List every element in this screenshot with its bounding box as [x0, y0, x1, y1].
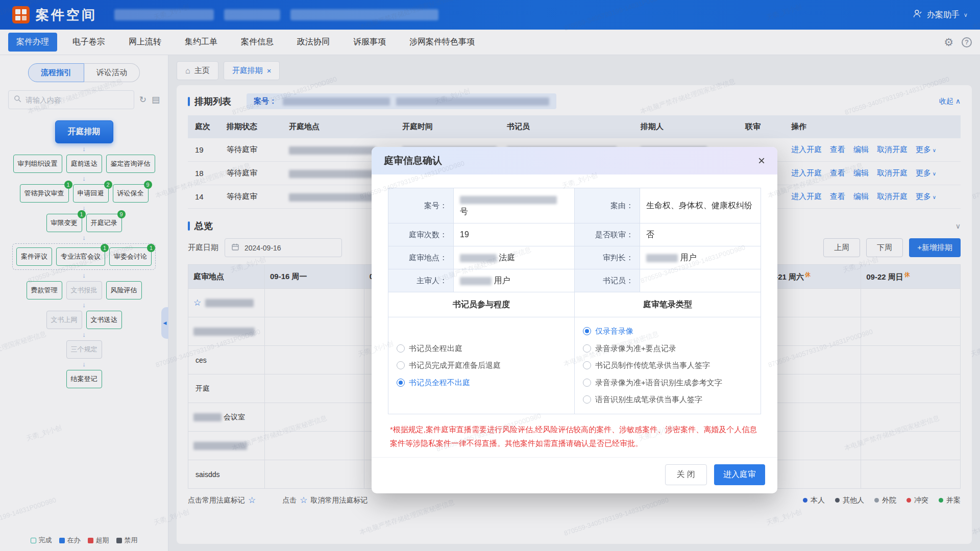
chief-judge-value: 用户: [640, 246, 761, 269]
radio-label: 书记员全程不出庭: [409, 377, 470, 389]
participation-option-2[interactable]: 书记员完成开庭准备后退庭: [397, 360, 566, 371]
dialog-body: 案号： 号 案由： 生命权、身体权、健康权纠纷 庭审次数： 19 是否联审： 否…: [372, 174, 777, 450]
participation-option-3[interactable]: 书记员全程不出庭: [397, 377, 566, 389]
radio-icon: [583, 344, 591, 353]
record-type-option-5[interactable]: 语音识别生成笔录供当事人签字: [583, 394, 752, 406]
dialog-header: 庭审信息确认 ×: [372, 147, 777, 174]
radio-icon: [583, 379, 591, 387]
dialog-title: 庭审信息确认: [384, 154, 442, 167]
presiding-judge-label: 主审人：: [388, 269, 454, 292]
session-count-label: 庭审次数：: [388, 223, 454, 246]
participation-section-title: 书记员参与程度: [388, 292, 575, 317]
joint-hearing-value: 否: [640, 223, 761, 246]
joint-hearing-label: 是否联审：: [575, 223, 640, 246]
record-type-section-title: 庭审笔录类型: [575, 292, 761, 317]
radio-icon: [397, 379, 405, 387]
record-type-option-1[interactable]: 仅录音录像: [583, 325, 752, 337]
radio-label: 录音录像为准+语音识别生成参考文字: [595, 377, 722, 389]
radio-icon: [583, 361, 591, 369]
redacted-text: [646, 254, 678, 262]
hearing-confirm-dialog: 庭审信息确认 × 案号： 号 案由： 生命权、身体权、健康权纠纷 庭审次数： 1…: [372, 147, 777, 493]
hearing-place-value: 法庭: [454, 246, 575, 269]
cause-value: 生命权、身体权、健康权纠纷: [640, 188, 761, 223]
enter-hearing-button[interactable]: 进入庭审: [714, 464, 765, 485]
radio-label: 仅录音录像: [595, 325, 633, 337]
presiding-judge-value: 用户: [454, 269, 575, 292]
record-type-option-4[interactable]: 录音录像为准+语音识别生成参考文字: [583, 377, 752, 389]
participation-option-1[interactable]: 书记员全程出庭: [397, 343, 566, 355]
record-type-option-3[interactable]: 书记员制作传统笔录供当事人签字: [583, 360, 752, 371]
case-no-value: 号: [454, 188, 575, 223]
hearing-place-label: 庭审地点：: [388, 246, 454, 269]
record-type-option-2[interactable]: 录音录像为准+要点记录: [583, 343, 752, 355]
redacted-text: [460, 196, 557, 204]
radio-label: 录音录像为准+要点记录: [595, 343, 676, 355]
clerk-value: [640, 269, 761, 292]
radio-label: 语音识别生成笔录供当事人签字: [595, 394, 702, 406]
chief-judge-label: 审判长：: [575, 246, 640, 269]
session-count-value: 19: [454, 223, 575, 246]
dialog-footer: 关 闭 进入庭审: [372, 457, 777, 493]
record-type-options: 仅录音录像录音录像为准+要点记录书记员制作传统笔录供当事人签字录音录像为准+语音…: [583, 325, 752, 406]
radio-icon: [583, 395, 591, 404]
close-button[interactable]: 关 闭: [665, 464, 707, 485]
live-broadcast-warning: *根据规定,案件庭审直播需要进行风险评估,经风险评估较高的案件、涉敏感案件、涉密…: [390, 422, 759, 450]
participation-options-cell: 书记员全程出庭书记员完成开庭准备后退庭书记员全程不出庭: [388, 317, 575, 414]
redacted-text: [460, 254, 497, 262]
hearing-info-table: 案号： 号 案由： 生命权、身体权、健康权纠纷 庭审次数： 19 是否联审： 否…: [388, 188, 761, 414]
case-no-label: 案号：: [388, 188, 454, 223]
radio-label: 书记员制作传统笔录供当事人签字: [595, 360, 710, 371]
close-icon[interactable]: ×: [758, 155, 765, 167]
radio-label: 书记员全程出庭: [409, 343, 462, 355]
redacted-text: [460, 277, 492, 285]
radio-label: 书记员完成开庭准备后退庭: [409, 360, 501, 371]
participation-options: 书记员全程出庭书记员完成开庭准备后退庭书记员全程不出庭: [397, 343, 566, 389]
record-type-options-cell: 仅录音录像录音录像为准+要点记录书记员制作传统笔录供当事人签字录音录像为准+语音…: [575, 317, 761, 414]
radio-icon: [397, 344, 405, 353]
clerk-label: 书记员：: [575, 269, 640, 292]
cause-label: 案由：: [575, 188, 640, 223]
radio-icon: [397, 361, 405, 369]
radio-icon: [583, 327, 591, 335]
